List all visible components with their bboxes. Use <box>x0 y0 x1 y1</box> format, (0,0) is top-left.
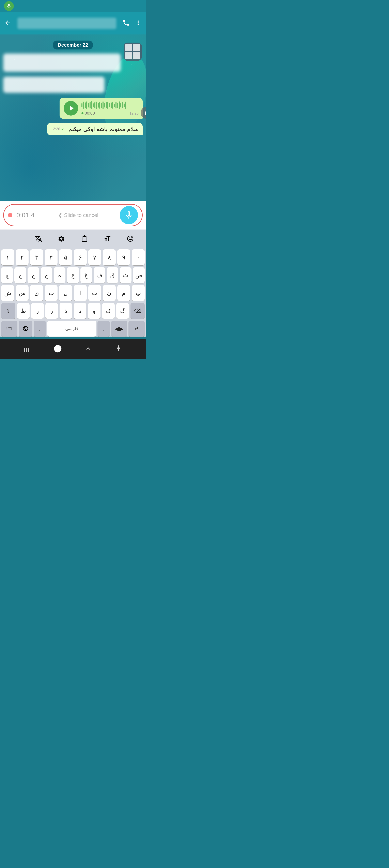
keyboard-row-numbers: ۱ ۲ ۳ ۴ ۵ ۶ ۷ ۸ ۹ ۰ <box>1 249 145 265</box>
waveform-bar <box>82 103 83 107</box>
keyboard-toolbar-more[interactable]: ··· <box>8 231 23 246</box>
key-gaf[interactable]: گ <box>116 303 129 319</box>
key-fe[interactable]: ف <box>94 267 105 283</box>
waveform-bar <box>98 103 99 108</box>
key-ta[interactable]: ط <box>17 303 30 319</box>
key-shin[interactable]: ش <box>1 285 14 301</box>
grid-dot-2 <box>133 44 140 51</box>
waveform-bar <box>99 102 100 109</box>
key-3[interactable]: ۳ <box>30 249 43 265</box>
waveform-bar <box>85 102 86 108</box>
key-mim[interactable]: م <box>117 285 130 301</box>
key-saad[interactable]: ص <box>133 267 145 283</box>
key-8[interactable]: ۸ <box>103 249 116 265</box>
key-se[interactable]: ث <box>120 267 131 283</box>
waveform-bar <box>109 103 110 107</box>
key-dal[interactable]: د <box>74 303 86 319</box>
play-button[interactable] <box>64 101 78 116</box>
keyboard-toolbar-font[interactable] <box>100 231 115 246</box>
key-noon[interactable]: ن <box>103 285 116 301</box>
key-ha[interactable]: ه <box>54 267 65 283</box>
keyboard-toolbar-settings[interactable] <box>54 231 68 246</box>
keyboard-toolbar-clipboard[interactable] <box>77 231 92 246</box>
blurred-message-1 <box>3 54 121 72</box>
key-pe[interactable]: پ <box>132 285 145 301</box>
chat-messages: 00:03 12:25 12:26 ✓ سلام ممنونم باشه اوک… <box>3 54 143 135</box>
keyboard-toolbar-translate[interactable] <box>31 231 45 246</box>
key-re[interactable]: ر <box>45 303 58 319</box>
key-he[interactable]: ح <box>28 267 39 283</box>
key-ein[interactable]: ع <box>67 267 78 283</box>
call-button[interactable] <box>122 19 130 27</box>
key-2[interactable]: ۲ <box>16 249 29 265</box>
svg-point-4 <box>118 345 119 347</box>
key-5[interactable]: ۵ <box>59 249 72 265</box>
keyboard-toolbar-emoji[interactable] <box>123 231 137 246</box>
waveform-bar <box>90 102 91 108</box>
waveform-bar <box>119 101 120 109</box>
chat-toolbar <box>0 12 146 34</box>
overlay-grid-button[interactable] <box>124 42 142 61</box>
symbols-key[interactable]: !#1 <box>1 321 18 337</box>
contact-avatar <box>18 18 116 29</box>
waveform-bar <box>124 103 125 107</box>
backspace-key[interactable]: ⌫ <box>130 303 145 319</box>
key-0[interactable]: ۰ <box>132 249 145 265</box>
voice-waveform: 00:03 <box>82 101 126 116</box>
svg-rect-0 <box>24 348 25 352</box>
nav-recent-apps[interactable] <box>21 343 33 355</box>
waveform-bar <box>110 102 111 108</box>
key-che[interactable]: چ <box>1 267 13 283</box>
waveform-bar <box>86 101 87 109</box>
more-options-button[interactable] <box>134 19 142 27</box>
key-ghaff[interactable]: ق <box>107 267 118 283</box>
date-badge: December 22 <box>53 40 93 50</box>
key-7[interactable]: ۷ <box>88 249 101 265</box>
key-sin[interactable]: س <box>16 285 29 301</box>
svg-rect-2 <box>28 348 29 352</box>
nav-back[interactable] <box>82 343 94 355</box>
key-lam[interactable]: ل <box>59 285 72 301</box>
space-key[interactable]: فارسی <box>47 321 96 337</box>
recording-timer: 0:01,4 <box>17 212 37 219</box>
cursor-move-key[interactable]: ◀▶ <box>111 321 127 337</box>
enter-key[interactable]: ↵ <box>128 321 145 337</box>
back-button[interactable] <box>4 19 11 27</box>
recording-bar: 0:01,4 ❮ Slide to cancel <box>3 204 143 226</box>
keyboard-row-3: ش س ی ب ل ا ت ن م پ <box>1 285 145 301</box>
keyboard: ۱ ۲ ۳ ۴ ۵ ۶ ۷ ۸ ۹ ۰ چ ج ح خ ه ع غ ف ق ث … <box>0 248 146 337</box>
period-key[interactable]: . <box>97 321 110 337</box>
waveform-bar <box>93 103 94 107</box>
blurred-message-2 <box>3 76 104 93</box>
key-be[interactable]: ب <box>45 285 58 301</box>
key-te[interactable]: ت <box>88 285 101 301</box>
globe-key[interactable] <box>19 321 32 337</box>
key-4[interactable]: ۴ <box>45 249 58 265</box>
shift-key[interactable]: ⇧ <box>1 303 15 319</box>
waveform-bar <box>96 101 97 109</box>
key-9[interactable]: ۹ <box>117 249 130 265</box>
key-ze[interactable]: ز <box>31 303 44 319</box>
key-alef[interactable]: ا <box>74 285 87 301</box>
nav-home[interactable] <box>52 343 64 355</box>
recording-mic-button[interactable] <box>120 206 138 224</box>
keyboard-row-4: ⇧ ط ز ر ذ د و ک گ ⌫ <box>1 303 145 319</box>
waveform-bars <box>82 101 126 109</box>
nav-accessibility[interactable] <box>112 343 125 355</box>
grid-dot-3 <box>125 52 132 59</box>
key-ye[interactable]: ی <box>30 285 43 301</box>
key-vav[interactable]: و <box>88 303 100 319</box>
grid-dot-4 <box>133 52 140 59</box>
key-khe[interactable]: خ <box>41 267 52 283</box>
key-ghein[interactable]: غ <box>80 267 92 283</box>
key-kaf[interactable]: ک <box>102 303 115 319</box>
key-6[interactable]: ۶ <box>74 249 87 265</box>
toolbar-actions <box>122 19 142 27</box>
waveform-bar <box>101 102 102 108</box>
key-zal[interactable]: ذ <box>60 303 72 319</box>
comma-key[interactable]: ، <box>34 321 46 337</box>
svg-rect-1 <box>26 348 27 352</box>
keyboard-toolbar: ··· <box>0 229 146 248</box>
key-je[interactable]: ج <box>14 267 26 283</box>
key-1[interactable]: ۱ <box>1 249 14 265</box>
